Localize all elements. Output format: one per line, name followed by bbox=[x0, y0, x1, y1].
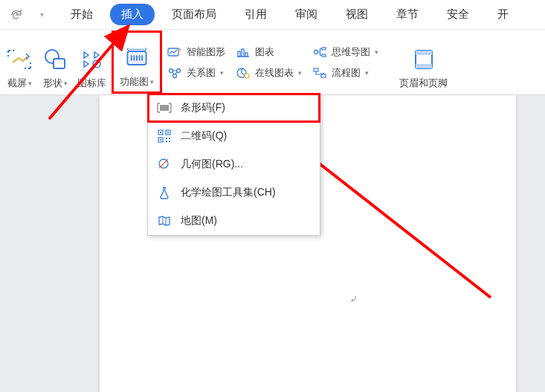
screenshot-label: 截屏 bbox=[7, 77, 27, 90]
chevron-down-icon: ▾ bbox=[28, 80, 32, 87]
dropdown-item-chemistry[interactable]: 化学绘图工具集(CH) bbox=[148, 179, 320, 207]
tab-start[interactable]: 开始 bbox=[59, 4, 104, 25]
svg-rect-15 bbox=[322, 54, 326, 57]
svg-rect-10 bbox=[245, 53, 248, 57]
flowchart-icon bbox=[312, 66, 327, 80]
smartgraphic-icon bbox=[167, 45, 182, 59]
dropdown-icon[interactable]: ▾ bbox=[31, 4, 52, 25]
flowchart-button[interactable]: 流程图▾ bbox=[312, 66, 378, 80]
tab-review[interactable]: 审阅 bbox=[284, 4, 329, 25]
menu-tab-bar: ▾ 开始 插入 页面布局 引用 审阅 视图 章节 安全 开 bbox=[0, 0, 545, 30]
chart-icon bbox=[236, 45, 251, 59]
chevron-down-icon: ▾ bbox=[375, 48, 378, 56]
funcimg-icon bbox=[123, 45, 150, 71]
smartgraphic-button[interactable]: 智能图形 bbox=[167, 45, 225, 59]
dropdown-item-label: 化学绘图工具集(CH) bbox=[181, 186, 276, 199]
svg-point-7 bbox=[173, 74, 177, 77]
screenshot-button[interactable]: 截屏▾ bbox=[6, 34, 33, 90]
chevron-down-icon: ▾ bbox=[365, 69, 369, 77]
qrcode-icon bbox=[157, 129, 172, 144]
funcimg-label: 功能图 bbox=[120, 75, 149, 89]
headerfooter-icon bbox=[410, 46, 437, 73]
mindmap-label: 思维导图 bbox=[332, 45, 370, 59]
shape-label: 形状 bbox=[43, 77, 62, 90]
tab-security[interactable]: 安全 bbox=[436, 4, 480, 25]
tab-view[interactable]: 视图 bbox=[335, 4, 379, 25]
svg-rect-27 bbox=[166, 138, 167, 139]
dropdown-item-label: 二维码(Q) bbox=[181, 129, 227, 143]
screenshot-icon bbox=[6, 46, 33, 73]
map-icon bbox=[157, 213, 172, 228]
headerfooter-label: 页眉和页脚 bbox=[399, 77, 448, 90]
tab-feature[interactable]: 开 bbox=[486, 4, 520, 25]
dropdown-item-label: 几何图(RG)... bbox=[181, 158, 243, 171]
svg-point-2 bbox=[93, 60, 100, 68]
tab-pagelayout[interactable]: 页面布局 bbox=[161, 4, 228, 25]
relation-label: 关系图 bbox=[187, 66, 216, 80]
tab-chapter[interactable]: 章节 bbox=[385, 4, 430, 25]
svg-point-13 bbox=[315, 50, 318, 54]
dropdown-item-geometry[interactable]: 几何图(RG)... bbox=[148, 150, 320, 179]
barcode-icon bbox=[157, 100, 172, 115]
svg-point-5 bbox=[170, 68, 173, 72]
mindmap-icon bbox=[312, 45, 327, 59]
dropdown-item-barcode[interactable]: 条形码(F) bbox=[148, 94, 320, 122]
dropdown-item-label: 地图(M) bbox=[181, 214, 217, 228]
dropdown-item-label: 条形码(F) bbox=[181, 101, 225, 115]
svg-rect-20 bbox=[416, 64, 432, 68]
svg-rect-29 bbox=[166, 141, 167, 142]
chevron-down-icon: ▾ bbox=[298, 69, 302, 77]
onlinechart-button[interactable]: 在线图表▾ bbox=[236, 66, 302, 80]
cursor-mark: ↲ bbox=[349, 295, 356, 304]
iconlib-label: 图标库 bbox=[77, 77, 106, 90]
tab-insert[interactable]: 插入 bbox=[110, 4, 155, 25]
chevron-down-icon: ▾ bbox=[64, 80, 68, 87]
mindmap-button[interactable]: 思维导图▾ bbox=[312, 45, 378, 59]
onlinechart-label: 在线图表 bbox=[255, 66, 294, 80]
svg-point-12 bbox=[245, 74, 249, 78]
svg-rect-24 bbox=[160, 132, 161, 133]
onlinechart-icon bbox=[236, 66, 251, 80]
svg-rect-9 bbox=[242, 49, 244, 57]
svg-rect-30 bbox=[169, 141, 170, 142]
svg-rect-25 bbox=[167, 132, 169, 133]
shape-button[interactable]: 形状▾ bbox=[42, 34, 68, 90]
ribbon-toolbar: 截屏▾ 形状▾ 图标库 功能图▾ 智能图形 关系图▾ bbox=[0, 30, 545, 95]
flowchart-label: 流程图 bbox=[332, 66, 361, 80]
relation-icon bbox=[167, 66, 182, 80]
redo-icon[interactable] bbox=[6, 4, 27, 25]
geometry-icon bbox=[157, 157, 172, 172]
iconlib-icon bbox=[79, 46, 106, 73]
smartgraphic-label: 智能图形 bbox=[187, 45, 225, 59]
chemistry-icon bbox=[157, 185, 172, 200]
svg-rect-28 bbox=[169, 138, 170, 139]
chart-button[interactable]: 图表 bbox=[236, 45, 302, 59]
dropdown-item-map[interactable]: 地图(M) bbox=[148, 207, 320, 235]
dropdown-item-qrcode[interactable]: 二维码(Q) bbox=[148, 122, 320, 150]
funcimg-button[interactable]: 功能图▾ bbox=[115, 34, 158, 90]
chart-label: 图表 bbox=[255, 45, 274, 59]
headerfooter-button[interactable]: 页眉和页脚 bbox=[399, 34, 448, 90]
svg-rect-19 bbox=[416, 51, 432, 55]
svg-rect-8 bbox=[238, 51, 240, 57]
chevron-down-icon: ▾ bbox=[220, 69, 224, 77]
svg-rect-16 bbox=[314, 68, 318, 71]
svg-rect-14 bbox=[322, 48, 326, 50]
shape-icon bbox=[42, 46, 68, 73]
relation-button[interactable]: 关系图▾ bbox=[167, 66, 225, 80]
svg-point-6 bbox=[177, 68, 181, 72]
iconlib-button[interactable]: 图标库 bbox=[77, 34, 106, 90]
chevron-down-icon: ▾ bbox=[150, 78, 154, 86]
tab-reference[interactable]: 引用 bbox=[233, 4, 278, 25]
svg-rect-1 bbox=[54, 59, 65, 68]
svg-rect-17 bbox=[321, 74, 326, 77]
svg-rect-26 bbox=[160, 139, 161, 141]
funcimg-dropdown: 条形码(F) 二维码(Q) 几何图(RG)... 化学绘图工具集(CH) 地图(… bbox=[147, 93, 320, 236]
